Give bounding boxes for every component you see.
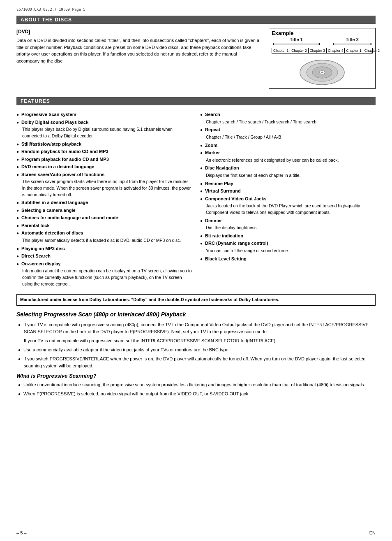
feature-virtual-surround: Virtual Surround xyxy=(200,188,376,195)
features-section: FEATURES Progressive Scan system Dolby D… xyxy=(16,97,376,288)
svg-marker-1 xyxy=(273,43,274,45)
progressive-scan-section: Selecting Progressive Scan (480p or Inte… xyxy=(16,311,376,397)
prog-item-1-sub: If your TV is not compatible with progre… xyxy=(24,337,376,344)
example-box: Example Title 1 Titl xyxy=(269,28,376,89)
feature-repeat: Repeat xyxy=(200,126,376,133)
features-right-col: Search Chapter search / Title search / T… xyxy=(200,111,376,288)
feature-onscreen-sub: Information about the current operation … xyxy=(22,268,192,287)
what-is-heading: What is Progressive Scanning? xyxy=(16,373,376,379)
feature-dolby: Dolby Digital sound Plays back xyxy=(16,119,192,126)
feature-drc: DRC (Dynamic range control) xyxy=(200,240,376,247)
feature-progressive-scan: Progressive Scan system xyxy=(16,111,192,118)
feature-audio: Choices for audio language and sound mod… xyxy=(16,214,192,221)
feature-program: Program playback for audio CD and MP3 xyxy=(16,156,192,163)
about-discs-header: ABOUT THE DISCS xyxy=(16,16,376,24)
prog-what-1: Unlike conventional interlace scanning, … xyxy=(16,381,376,388)
chapter-1: Chapter 1 xyxy=(272,48,290,53)
svg-point-10 xyxy=(321,72,323,73)
dvd-label: [DVD] xyxy=(16,28,262,35)
title1-arrow xyxy=(272,42,321,46)
title2-label: Title 2 xyxy=(332,37,373,47)
feature-disc-nav: Disc Navigation xyxy=(200,165,376,172)
feature-resume: Resume Play xyxy=(200,180,376,187)
disc-svg xyxy=(297,56,347,87)
feature-marker-sub: An electronic references point designate… xyxy=(206,157,376,164)
feature-zoom: Zoom xyxy=(200,142,376,149)
feature-screensaver-sub: The screen saver program starts when the… xyxy=(22,179,192,198)
svg-marker-5 xyxy=(370,43,371,45)
feature-black-level: Black Level Setting xyxy=(200,255,376,262)
feature-dolby-sub: This player plays back Dolby Digital sur… xyxy=(22,126,192,139)
chapter-4: Chapter 4 xyxy=(327,48,345,53)
prog-item-2: Use a commercially available adaptor if … xyxy=(16,346,376,353)
feature-auto-detect-sub: This player automatically detects if a l… xyxy=(22,237,192,244)
chapter-1b: Chapter 1 xyxy=(345,48,363,53)
chapter-2b: Chapter 2 xyxy=(363,48,381,53)
title2-arrow xyxy=(332,42,372,46)
title1-label: Title 1 xyxy=(272,37,321,47)
features-header: FEATURES xyxy=(16,97,376,105)
feature-dvd-menus: DVD menus in a desired language xyxy=(16,163,192,170)
feature-disc-nav-sub: Displays the first scenes of each chapte… xyxy=(206,172,376,179)
page: E5710UD.QX3 03.2.7 19:09 Page 5 ABOUT TH… xyxy=(0,0,392,541)
feature-mp3: Playing an MP3 disc xyxy=(16,245,192,252)
feature-playback: Still/fast/slow/step playback xyxy=(16,141,192,148)
feature-screensaver: Screen saver/Auto power-off functions xyxy=(16,171,192,178)
feature-dimmer-sub: Dim the display brightness. xyxy=(206,225,376,231)
dvd-description: Data on a DVD is divided into sections c… xyxy=(16,37,262,64)
feature-direct-search: Direct Search xyxy=(16,253,192,260)
feature-repeat-sub: Chapter / Title / Track / Group / All / … xyxy=(206,134,376,141)
prog-item-3: If you switch PROGRESSIVE/INTERLACE when… xyxy=(16,355,376,369)
chapters-row: Chapter 1 Chapter 2 Chapter 3 Chapter 4 … xyxy=(272,48,373,53)
file-info: E5710UD.QX3 03.2.7 19:09 Page 5 xyxy=(16,7,376,12)
dolby-notice: Manufactured under license from Dolby La… xyxy=(16,294,376,306)
feature-bitrate: Bit rate indication xyxy=(200,232,376,239)
feature-auto-detect: Automatic detection of discs xyxy=(16,230,192,237)
prog-item-1: If your TV is compatible with progressiv… xyxy=(16,321,376,335)
feature-search: Search xyxy=(200,111,376,118)
chapter-2: Chapter 2 xyxy=(290,48,308,53)
page-number: – 5 – xyxy=(16,530,26,535)
feature-dimmer: Dimmer xyxy=(200,217,376,224)
page-footer: – 5 – EN xyxy=(0,530,392,535)
feature-marker: Marker xyxy=(200,149,376,156)
svg-marker-4 xyxy=(333,43,334,45)
feature-drc-sub: You can control the range of sound volum… xyxy=(206,248,376,254)
prog-scan-heading: Selecting Progressive Scan (480p or Inte… xyxy=(16,311,376,319)
titles-row: Title 1 Title 2 xyxy=(272,37,373,47)
dvd-section: [DVD] Data on a DVD is divided into sect… xyxy=(16,28,376,89)
dvd-text-block: [DVD] Data on a DVD is divided into sect… xyxy=(16,28,262,89)
prog-what-2: When P(PROGRESSIVE) is selected, no vide… xyxy=(16,390,376,397)
svg-marker-2 xyxy=(318,43,320,45)
example-label: Example xyxy=(272,30,373,36)
feature-parental: Parental lock xyxy=(16,222,192,229)
features-columns: Progressive Scan system Dolby Digital so… xyxy=(16,109,376,288)
features-left-col: Progressive Scan system Dolby Digital so… xyxy=(16,111,192,288)
feature-search-sub: Chapter search / Title search / Track se… xyxy=(206,119,376,125)
language-label: EN xyxy=(369,530,376,535)
feature-subtitles: Subtitles in a desired language xyxy=(16,199,192,206)
feature-camera: Selecting a camera angle xyxy=(16,207,192,214)
chapter-3: Chapter 3 xyxy=(309,48,327,53)
dvd-diagram: Example Title 1 Titl xyxy=(269,28,376,89)
feature-component-video-sub: Jacks located on the back of the DVD Pla… xyxy=(206,203,376,216)
feature-random: Random playback for audio CD and MP3 xyxy=(16,148,192,155)
feature-onscreen: On-screen display xyxy=(16,260,192,267)
disc-illustration xyxy=(272,56,373,87)
feature-component-video: Component Video Out Jacks xyxy=(200,195,376,202)
